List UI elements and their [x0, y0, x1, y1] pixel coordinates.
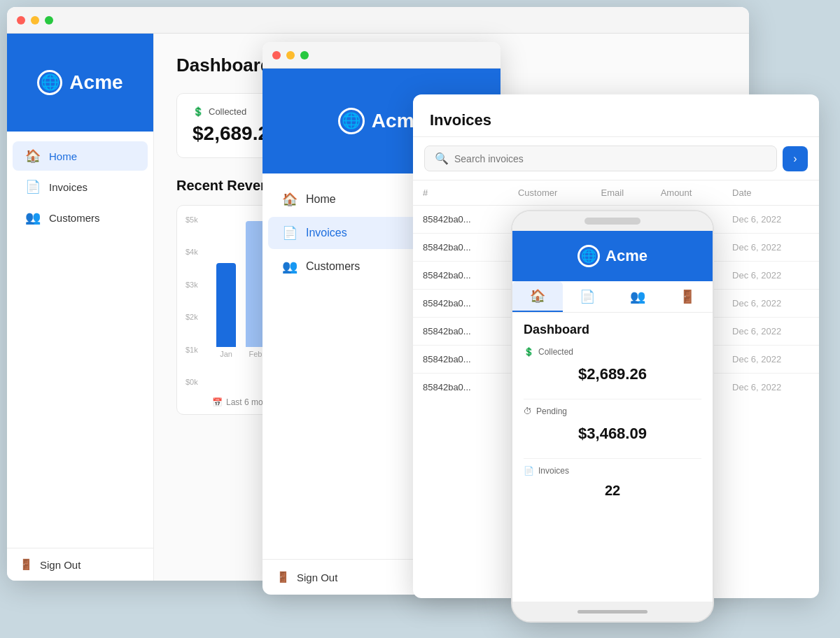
ylabel-4k: $4k	[186, 248, 198, 256]
cell-date: Dec 6, 2022	[722, 234, 819, 262]
mobile-notch	[512, 211, 713, 231]
mobile-tab-customers[interactable]: 👥	[612, 281, 663, 312]
w2-invoices-label: Invoices	[306, 227, 347, 239]
col-header-email: Email	[592, 180, 651, 206]
ylabel-2k: $2k	[186, 313, 198, 321]
col-header-amount: Amount	[651, 180, 722, 206]
cell-date: Dec 6, 2022	[722, 346, 819, 374]
invoices-header: Invoices	[413, 94, 819, 137]
sidebar-logo-text: Acme	[69, 71, 122, 94]
search-button[interactable]: ›	[783, 146, 808, 171]
sidebar-item-invoices[interactable]: 📄 Invoices	[13, 172, 148, 201]
mobile-pending-icon: ⏱	[524, 406, 532, 416]
home-icon: 🏠	[25, 148, 41, 164]
bar-jan-blue	[216, 263, 236, 347]
cell-id: 85842ba0...	[413, 206, 508, 234]
sidebar-nav: 🏠 Home 📄 Invoices 👥 Customers	[7, 132, 153, 548]
mobile-logo: 🌐 Acme	[512, 231, 713, 281]
calendar-icon: 📅	[212, 397, 223, 407]
col-header-customer: Customer	[508, 180, 592, 206]
mobile-pending-label: ⏱ Pending	[524, 406, 701, 416]
mobile-tab-signout[interactable]: 🚪	[663, 281, 713, 312]
sidebar-item-invoices-label: Invoices	[49, 181, 88, 193]
signout-button[interactable]: 🚪 Sign Out	[7, 548, 153, 581]
invoices-title: Invoices	[430, 111, 491, 129]
cell-date: Dec 6, 2022	[722, 374, 819, 402]
mobile-dashboard-title: Dashboard	[524, 322, 701, 337]
mobile-collected-value: $2,689.26	[524, 360, 701, 389]
cell-date: Dec 6, 2022	[722, 290, 819, 318]
mobile-tab-home[interactable]: 🏠	[512, 281, 563, 312]
mobile-content: Dashboard 💲 Collected $2,689.26 ⏱ Pendin…	[512, 313, 713, 602]
search-input-wrap[interactable]: 🔍	[424, 146, 777, 171]
mobile-pending-value: $3,468.09	[524, 419, 701, 448]
mobile-bottom-bar	[512, 602, 713, 621]
sidebar-item-home[interactable]: 🏠 Home	[13, 141, 148, 171]
globe-icon: 🌐	[37, 70, 62, 95]
cell-id: 85842ba0...	[413, 290, 508, 318]
customers-icon: 👥	[25, 210, 41, 225]
maximize-button[interactable]	[45, 16, 53, 24]
cell-date: Dec 6, 2022	[722, 318, 819, 346]
bar-jan: Jan	[216, 263, 236, 358]
divider-1	[524, 399, 701, 399]
mobile-tab-invoices[interactable]: 📄	[563, 281, 613, 312]
ylabel-5k: $5k	[186, 215, 198, 224]
mobile-notch-pill	[584, 218, 640, 225]
sidebar-item-customers-label: Customers	[49, 212, 100, 224]
mobile-pending-stat: ⏱ Pending $3,468.09	[524, 406, 701, 448]
sidebar: 🌐 Acme 🏠 Home 📄 Invoices 👥 Customers �	[7, 34, 154, 581]
w2-signout-icon: 🚪	[276, 571, 290, 583]
sidebar-item-customers[interactable]: 👥 Customers	[13, 203, 148, 232]
mobile-invoices-label: 📄 Invoices	[524, 466, 701, 476]
titlebar-2	[262, 42, 500, 69]
xlabel-feb: Feb	[249, 350, 262, 358]
invoices-icon: 📄	[25, 179, 41, 194]
minimize-button[interactable]	[31, 16, 39, 24]
xlabel-jan: Jan	[220, 350, 232, 358]
signout-label: Sign Out	[40, 559, 80, 571]
chart-yaxis: $5k $4k $3k $2k $1k $0k	[186, 215, 198, 386]
signout-icon: 🚪	[20, 558, 33, 571]
cell-id: 85842ba0...	[413, 234, 508, 262]
divider-2	[524, 458, 701, 459]
cell-date: Dec 6, 2022	[722, 206, 819, 234]
mobile-tabs: 🏠 📄 👥 🚪	[512, 281, 713, 313]
cell-id: 85842ba0...	[413, 346, 508, 374]
mobile-home-indicator	[578, 610, 648, 614]
close-button[interactable]	[17, 16, 25, 24]
col-header-date: Date	[722, 180, 819, 206]
col-header-hash: #	[413, 180, 508, 206]
minimize-button-2[interactable]	[286, 51, 295, 59]
cell-id: 85842ba0...	[413, 318, 508, 346]
cell-date: Dec 6, 2022	[722, 262, 819, 290]
mobile-collected-stat: 💲 Collected $2,689.26	[524, 347, 701, 389]
globe-icon-2: 🌐	[338, 108, 365, 134]
mobile-logo-text: Acme	[606, 247, 648, 265]
w2-invoices-icon: 📄	[282, 225, 298, 241]
cell-id: 85842ba0...	[413, 262, 508, 290]
mobile-collected-icon: 💲	[524, 347, 534, 357]
mobile-invoices-count: 22	[524, 480, 701, 502]
ylabel-3k: $3k	[186, 281, 198, 289]
mobile-globe-icon: 🌐	[578, 245, 600, 267]
close-button-2[interactable]	[272, 51, 281, 59]
maximize-button-2[interactable]	[300, 51, 309, 59]
w2-home-icon: 🏠	[282, 192, 298, 207]
search-input[interactable]	[454, 153, 766, 164]
ylabel-1k: $1k	[186, 346, 198, 354]
mobile-frame: 🌐 Acme 🏠 📄 👥 🚪 Dashboard 💲 Collected $2,…	[511, 210, 714, 623]
mobile-collected-label: 💲 Collected	[524, 347, 701, 357]
mobile-invoices-icon: 📄	[524, 466, 534, 476]
search-icon: 🔍	[435, 152, 449, 165]
w2-customers-label: Customers	[306, 260, 360, 273]
collected-icon: 💲	[192, 106, 204, 117]
sidebar-item-home-label: Home	[49, 150, 77, 162]
w2-customers-icon: 👥	[282, 259, 298, 274]
ylabel-0k: $0k	[186, 378, 198, 386]
w2-home-label: Home	[306, 193, 336, 206]
cell-id: 85842ba0...	[413, 374, 508, 402]
sidebar-logo: 🌐 Acme	[7, 34, 153, 132]
titlebar-1	[7, 7, 749, 34]
w2-signout-label: Sign Out	[297, 572, 337, 583]
